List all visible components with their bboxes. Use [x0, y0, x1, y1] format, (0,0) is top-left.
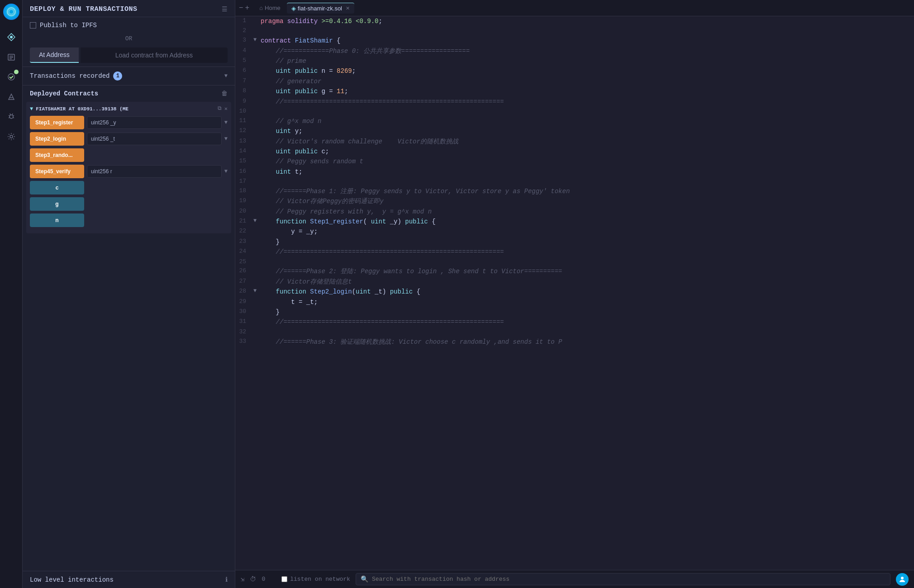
contract-chevron: ▼: [30, 106, 33, 112]
low-level-label: Low level interactions: [30, 576, 114, 583]
g-button[interactable]: g: [30, 197, 84, 211]
code-line-31: 31 //===================================…: [235, 317, 914, 327]
tab-bar: − + ⌂ Home ◈ fiat-shamir-zk.sol ✕: [235, 0, 914, 16]
code-line-29: 29 t = _t;: [235, 297, 914, 307]
step45-verify-button[interactable]: Step45_verify: [30, 165, 84, 178]
step1-dropdown-icon[interactable]: ▼: [224, 119, 228, 126]
at-address-button[interactable]: At Address: [30, 47, 79, 63]
svg-point-8: [10, 135, 13, 138]
main-area: − + ⌂ Home ◈ fiat-shamir-zk.sol ✕ 1 prag…: [235, 0, 914, 588]
publish-checkbox[interactable]: [30, 22, 36, 28]
step45-dropdown-icon[interactable]: ▼: [224, 168, 228, 175]
trash-icon[interactable]: 🗑: [221, 90, 228, 97]
nav-deploy-icon[interactable]: [5, 31, 18, 43]
code-line-19: 19 // Victor存储Peggy的密码通证即y: [235, 196, 914, 206]
publish-label: Publish to IPFS: [40, 22, 97, 29]
contract-instance-header: ▼ FIATSHAMIR AT 0XD91...39138 (ME ⧉ ✕: [30, 105, 228, 112]
app-logo: [3, 4, 19, 20]
svg-point-1: [10, 10, 13, 14]
code-line-22: 22 y = _y;: [235, 227, 914, 237]
nav-files-icon[interactable]: [5, 51, 18, 63]
tab-home[interactable]: ⌂ Home: [255, 3, 285, 13]
svg-point-4: [8, 74, 14, 80]
tab-close-icon[interactable]: ✕: [346, 5, 350, 11]
close-contract-icon[interactable]: ✕: [224, 105, 228, 112]
nav-check-icon[interactable]: [5, 71, 18, 83]
code-line-32: 32: [235, 327, 914, 337]
step45-param-input[interactable]: [87, 165, 222, 178]
code-line-10: 10: [235, 107, 914, 116]
step2-param-input[interactable]: [87, 133, 222, 145]
contract-name: FIATSHAMIR AT 0XD91...39138 (ME: [36, 106, 129, 112]
n-button[interactable]: n: [30, 213, 84, 227]
search-bar-icon: 🔍: [361, 575, 368, 583]
step2-login-button[interactable]: Step2_login: [30, 132, 84, 146]
zoom-in-icon[interactable]: +: [245, 4, 250, 12]
listen-checkbox-input[interactable]: [281, 576, 287, 582]
fn-step3-row: Step3_rando...: [30, 148, 228, 162]
code-line-25: 25: [235, 257, 914, 267]
info-icon[interactable]: ℹ: [225, 576, 228, 583]
contract-actions: ⧉ ✕: [218, 105, 228, 112]
code-line-14: 14 uint public c;: [235, 147, 914, 156]
listen-label: listen on network: [290, 576, 350, 583]
transactions-section[interactable]: Transactions recorded 1 ▼: [23, 66, 235, 85]
listen-checkbox-label[interactable]: listen on network: [281, 576, 350, 583]
code-line-23: 23 }: [235, 237, 914, 247]
fn-n-row: n: [30, 213, 228, 227]
code-line-16: 16 uint t;: [235, 167, 914, 177]
code-line-30: 30 }: [235, 307, 914, 317]
contract-instance: ▼ FIATSHAMIR AT 0XD91...39138 (ME ⧉ ✕ St…: [26, 102, 231, 233]
code-line-28: 28 ▼ function Step2_login(uint _t) publi…: [235, 287, 914, 297]
collapse-icon[interactable]: ⇲: [241, 575, 244, 583]
code-line-8: 8 uint public g = 11;: [235, 86, 914, 96]
search-bar[interactable]: 🔍: [356, 573, 890, 585]
code-line-5: 5 // prime: [235, 56, 914, 66]
code-line-4: 4 //============Phase 0: 公共共享参数=========…: [235, 46, 914, 56]
code-line-2: 2: [235, 26, 914, 36]
clock-icon[interactable]: ⏱: [250, 576, 256, 583]
copy-icon[interactable]: ⧉: [218, 105, 222, 112]
or-divider: OR: [23, 33, 235, 44]
step2-dropdown-icon[interactable]: ▼: [224, 136, 228, 142]
panel-title: DEPLOY & RUN TRANSACTIONS: [30, 5, 138, 13]
svg-point-7: [10, 115, 13, 119]
deployed-actions: 🗑: [221, 90, 228, 97]
code-line-1: 1 pragma solidity >=0.4.16 <0.9.0;: [235, 16, 914, 26]
zoom-controls: − +: [239, 4, 249, 12]
code-line-9: 9 //====================================…: [235, 97, 914, 107]
svg-marker-5: [9, 94, 14, 100]
code-line-12: 12 uint y;: [235, 126, 914, 136]
code-line-18: 18 //======Phase 1: 注册: Peggy sends y to…: [235, 186, 914, 196]
code-area[interactable]: 1 pragma solidity >=0.4.16 <0.9.0; 2 3 ▼…: [235, 16, 914, 570]
tab-file[interactable]: ◈ fiat-shamir-zk.sol ✕: [287, 3, 354, 14]
code-line-20: 20 // Peggy registers with y, y = g^x mo…: [235, 207, 914, 217]
step1-register-button[interactable]: Step1_register: [30, 116, 84, 129]
c-button[interactable]: c: [30, 181, 84, 194]
compiler-badge: [14, 70, 19, 74]
icon-sidebar: [0, 0, 23, 588]
code-line-17: 17: [235, 177, 914, 186]
code-line-7: 7 // generator: [235, 76, 914, 86]
fn-g-row: g: [30, 197, 228, 211]
load-contract-button[interactable]: Load contract from Address: [81, 47, 228, 63]
transactions-label: Transactions recorded 1: [30, 71, 122, 81]
nav-settings-icon[interactable]: [5, 130, 18, 143]
code-line-11: 11 // g^x mod n: [235, 116, 914, 126]
zoom-out-icon[interactable]: −: [239, 4, 243, 12]
svg-point-2: [10, 36, 13, 38]
step3-random-button[interactable]: Step3_rando...: [30, 148, 84, 162]
nav-deploy2-icon[interactable]: [5, 90, 18, 103]
code-line-6: 6 uint public n = 8269;: [235, 66, 914, 76]
nav-debug-icon[interactable]: [5, 110, 18, 123]
fn-c-row: c: [30, 181, 228, 194]
panel-header: DEPLOY & RUN TRANSACTIONS ☰: [23, 0, 235, 17]
transactions-badge: 1: [113, 71, 122, 81]
file-tab-icon: ◈: [291, 5, 296, 12]
fn-step2-row: Step2_login ▼: [30, 132, 228, 146]
panel-menu-icon[interactable]: ☰: [222, 5, 228, 13]
low-level-row: Low level interactions ℹ: [23, 571, 235, 588]
step1-param-input[interactable]: [87, 116, 222, 129]
search-input[interactable]: [372, 576, 885, 583]
address-row: At Address Load contract from Address: [23, 44, 235, 66]
